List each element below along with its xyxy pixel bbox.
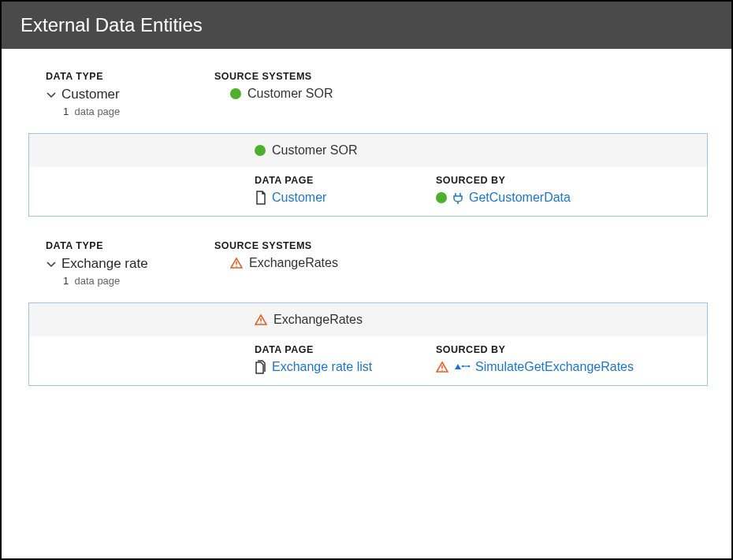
page-multi-icon xyxy=(255,360,267,374)
sourced-by-link[interactable]: SimulateGetExchangeRates xyxy=(436,360,701,374)
entity-block: DATA TYPE Customer 1 data page SOURCE SY… xyxy=(2,71,731,217)
entity-detail-panel: ExchangeRates DATA PAGE Exchange rate li… xyxy=(28,302,708,386)
svg-point-8 xyxy=(468,365,471,368)
data-type-label: DATA TYPE xyxy=(46,71,214,82)
source-system-name: Customer SOR xyxy=(247,87,333,101)
datatype-subtext: 1 data page xyxy=(63,275,214,287)
status-ok-icon xyxy=(255,145,266,156)
chevron-down-icon xyxy=(46,257,57,271)
datatype-toggle[interactable]: Exchange rate xyxy=(46,256,214,272)
datatype-name: Customer xyxy=(61,87,120,102)
detail-source-name: ExchangeRates xyxy=(273,313,363,327)
warning-icon xyxy=(255,313,267,326)
data-page-label: DATA PAGE xyxy=(255,344,436,355)
warning-icon xyxy=(436,361,448,373)
svg-point-5 xyxy=(441,369,443,371)
sourced-by-link[interactable]: GetCustomerData xyxy=(436,191,701,205)
entity-block: DATA TYPE Exchange rate 1 data page SOUR… xyxy=(2,240,731,386)
detail-source-item[interactable]: Customer SOR xyxy=(255,143,357,158)
detail-source-item[interactable]: ExchangeRates xyxy=(255,313,363,327)
status-ok-icon xyxy=(436,192,447,203)
svg-marker-6 xyxy=(455,364,461,369)
data-page-link[interactable]: Customer xyxy=(255,191,436,205)
plug-icon xyxy=(452,191,464,204)
data-page-link[interactable]: Exchange rate list xyxy=(255,360,436,374)
source-system-item[interactable]: Customer SOR xyxy=(214,87,419,101)
svg-point-1 xyxy=(236,265,237,267)
sourced-by-label: SOURCED BY xyxy=(436,344,701,355)
warning-icon xyxy=(230,257,243,269)
source-system-name: ExchangeRates xyxy=(249,256,338,270)
datatype-subtext: 1 data page xyxy=(63,106,214,117)
page-title: External Data Entities xyxy=(2,2,731,49)
datatype-toggle[interactable]: Customer xyxy=(46,87,214,102)
data-page-label: DATA PAGE xyxy=(255,175,436,186)
svg-point-7 xyxy=(462,365,464,368)
datatype-name: Exchange rate xyxy=(61,256,148,272)
svg-point-3 xyxy=(260,322,262,324)
data-page-name: Exchange rate list xyxy=(272,360,372,374)
source-systems-label: SOURCE SYSTEMS xyxy=(214,240,419,251)
page-icon xyxy=(255,191,267,205)
activity-icon xyxy=(453,362,471,373)
chevron-down-icon xyxy=(46,87,57,102)
data-type-label: DATA TYPE xyxy=(46,240,214,251)
source-system-item[interactable]: ExchangeRates xyxy=(214,256,419,270)
source-systems-label: SOURCE SYSTEMS xyxy=(214,71,419,82)
sourced-by-label: SOURCED BY xyxy=(436,175,701,186)
entity-detail-panel: Customer SOR DATA PAGE Customer xyxy=(28,133,708,217)
data-page-name: Customer xyxy=(272,191,326,205)
detail-source-name: Customer SOR xyxy=(272,143,357,158)
connector-name: GetCustomerData xyxy=(469,191,571,205)
activity-name: SimulateGetExchangeRates xyxy=(475,360,634,374)
status-ok-icon xyxy=(230,88,241,99)
